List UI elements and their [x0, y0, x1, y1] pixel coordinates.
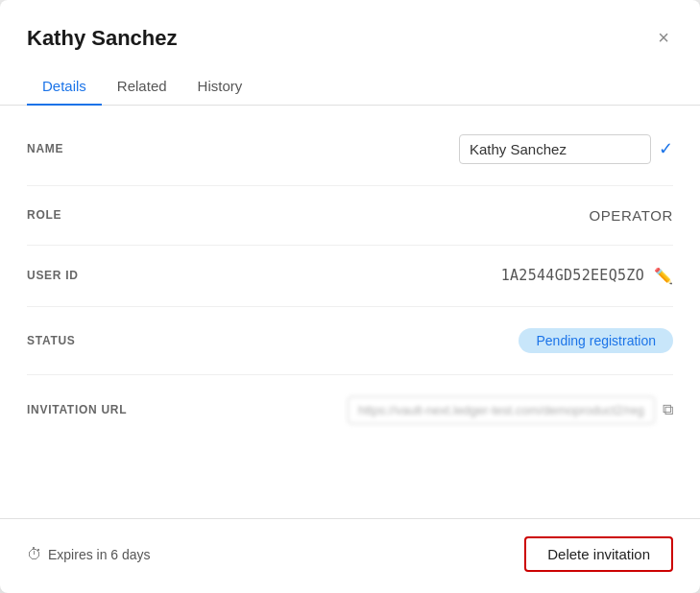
url-field-row: INVITATION URL ⧉: [27, 375, 673, 445]
name-label: NAME: [27, 142, 161, 155]
expires-text: ⏱ Expires in 6 days: [27, 546, 151, 563]
role-field-value: OPERATOR: [589, 207, 673, 224]
name-input[interactable]: [459, 134, 651, 164]
modal-body: NAME ✓ ROLE OPERATOR USER ID 1A2544GD52E…: [0, 106, 700, 519]
edit-userid-icon[interactable]: ✏️: [654, 267, 673, 285]
status-field-row: STATUS Pending registration: [27, 307, 673, 375]
role-label: ROLE: [27, 208, 161, 222]
copy-url-icon[interactable]: ⧉: [663, 401, 673, 418]
tab-related[interactable]: Related: [102, 68, 182, 106]
status-label: STATUS: [27, 334, 161, 347]
userid-field-value: 1A2544GD52EEQ5ZO ✏️: [501, 267, 673, 285]
name-field-value: ✓: [459, 134, 673, 164]
tabs: Details Related History: [0, 68, 700, 106]
url-input[interactable]: [348, 396, 655, 424]
userid-label: USER ID: [27, 269, 161, 282]
close-button[interactable]: ×: [654, 23, 673, 53]
role-field-row: ROLE OPERATOR: [27, 186, 673, 246]
url-field-value: ⧉: [348, 396, 673, 424]
modal-title: Kathy Sanchez: [27, 26, 178, 51]
expires-label: Expires in 6 days: [48, 547, 151, 562]
confirm-name-icon[interactable]: ✓: [659, 138, 673, 159]
modal-footer: ⏱ Expires in 6 days Delete invitation: [0, 518, 700, 593]
userid-value: 1A2544GD52EEQ5ZO: [501, 267, 644, 284]
delete-invitation-button[interactable]: Delete invitation: [524, 536, 673, 572]
role-value: OPERATOR: [589, 207, 673, 224]
status-badge: Pending registration: [519, 328, 673, 353]
name-field-row: NAME ✓: [27, 113, 673, 186]
status-field-value: Pending registration: [519, 328, 673, 353]
modal-header: Kathy Sanchez ×: [0, 0, 700, 53]
url-label: INVITATION URL: [27, 403, 161, 416]
clock-icon: ⏱: [27, 546, 42, 563]
userid-field-row: USER ID 1A2544GD52EEQ5ZO ✏️: [27, 246, 673, 307]
modal: Kathy Sanchez × Details Related History …: [0, 0, 700, 593]
tab-details[interactable]: Details: [27, 68, 102, 106]
tab-history[interactable]: History: [182, 68, 258, 106]
